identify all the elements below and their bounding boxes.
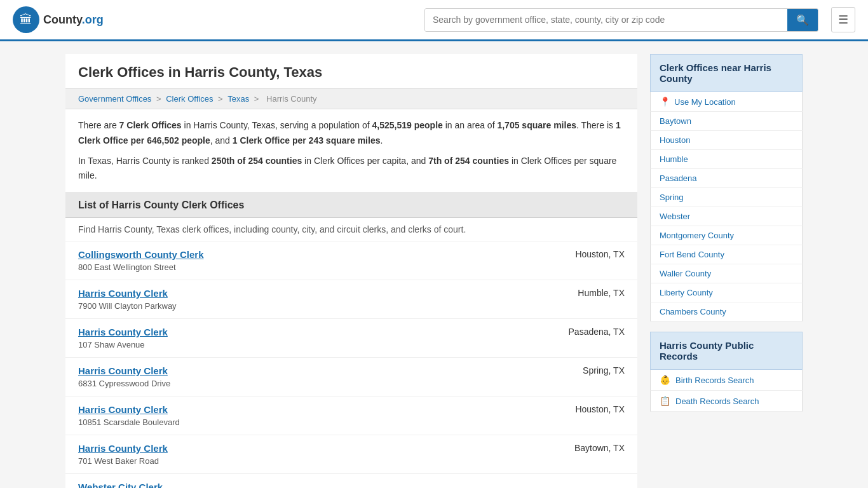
office-location-4: Houston, TX	[536, 404, 625, 414]
per-sq: 1 Clerk Office per 243 square miles	[233, 135, 381, 146]
death-records-link[interactable]: Death Records Search	[675, 396, 759, 406]
menu-button[interactable]: ☰	[831, 7, 855, 32]
office-name-0[interactable]: Collingsworth County Clerk	[78, 249, 536, 260]
page-title: Clerk Offices in Harris County, Texas	[65, 54, 637, 88]
office-address-0: 800 East Wellington Street	[78, 262, 176, 272]
sidebar: Clerk Offices near Harris County 📍 Use M…	[650, 54, 803, 488]
sidebar-item-spring[interactable]: Spring	[650, 188, 803, 207]
logo-icon: 🏛	[13, 6, 39, 33]
sidebar-item-baytown[interactable]: Baytown	[650, 112, 803, 131]
office-entry-3: Harris County Clerk 6831 Cypresswood Dri…	[65, 358, 637, 396]
birth-records-icon: 👶	[660, 375, 670, 385]
office-entry-1: Harris County Clerk 7900 Will Clayton Pa…	[65, 280, 637, 319]
sidebar-item-pasadena[interactable]: Pasadena	[650, 169, 803, 188]
death-records-icon: 📋	[660, 396, 670, 406]
location-pin-icon: 📍	[660, 97, 670, 107]
nearby-section: Clerk Offices near Harris County 📍 Use M…	[650, 54, 803, 322]
office-list: Collingsworth County Clerk 800 East Well…	[65, 241, 637, 488]
description: There are 7 Clerk Offices in Harris Coun…	[65, 109, 637, 193]
office-info-5: Harris County Clerk 701 West Baker Road	[78, 443, 536, 466]
breadcrumb: Government Offices > Clerk Offices > Tex…	[65, 88, 637, 109]
sidebar-item-chambers[interactable]: Chambers County	[650, 302, 803, 322]
sidebar-item-humble[interactable]: Humble	[650, 150, 803, 169]
rank2: 7th of 254 counties	[428, 156, 509, 166]
office-location-2: Pasadena, TX	[536, 327, 625, 337]
rank1: 250th of 254 counties	[212, 156, 302, 166]
search-button[interactable]: 🔍	[787, 9, 818, 31]
office-entry-4: Harris County Clerk 10851 Scarsdale Boul…	[65, 396, 637, 435]
office-info-2: Harris County Clerk 107 Shaw Avenue	[78, 327, 536, 349]
office-name-1[interactable]: Harris County Clerk	[78, 288, 536, 299]
sidebar-item-webster[interactable]: Webster	[650, 207, 803, 226]
nearby-header: Clerk Offices near Harris County	[650, 54, 803, 92]
office-location-0: Houston, TX	[536, 249, 625, 259]
sidebar-item-liberty[interactable]: Liberty County	[650, 283, 803, 302]
breadcrumb-sep2: >	[218, 94, 225, 104]
breadcrumb-clerk[interactable]: Clerk Offices	[166, 94, 213, 104]
list-section-header: List of Harris County Clerk Offices	[65, 193, 637, 218]
hamburger-icon: ☰	[838, 13, 848, 26]
sidebar-item-montgomery[interactable]: Montgomery County	[650, 226, 803, 245]
sidebar-item-fortbend[interactable]: Fort Bend County	[650, 245, 803, 264]
office-location-5: Baytown, TX	[536, 443, 625, 453]
breadcrumb-gov[interactable]: Government Offices	[78, 94, 151, 104]
birth-records-link[interactable]: Birth Records Search	[675, 376, 754, 385]
office-name-3[interactable]: Harris County Clerk	[78, 365, 536, 376]
records-header: Harris County Public Records	[650, 332, 803, 370]
office-entry-2: Harris County Clerk 107 Shaw Avenue Pasa…	[65, 319, 637, 358]
office-name-5[interactable]: Harris County Clerk	[78, 443, 536, 454]
sidebar-item-houston[interactable]: Houston	[650, 131, 803, 150]
office-info-0: Collingsworth County Clerk 800 East Well…	[78, 249, 536, 272]
main-content: Clerk Offices in Harris County, Texas Go…	[65, 54, 637, 488]
office-address-4: 10851 Scarsdale Boulevard	[78, 417, 180, 427]
use-location-link[interactable]: Use My Location	[674, 97, 736, 107]
sidebar-death-records[interactable]: 📋 Death Records Search	[650, 391, 803, 412]
office-entry-5: Harris County Clerk 701 West Baker Road …	[65, 435, 637, 474]
office-info-3: Harris County Clerk 6831 Cypresswood Dri…	[78, 365, 536, 388]
office-name-2[interactable]: Harris County Clerk	[78, 327, 536, 337]
office-location-1: Humble, TX	[536, 288, 625, 298]
sidebar-birth-records[interactable]: 👶 Birth Records Search	[650, 370, 803, 391]
search-icon: 🔍	[796, 15, 809, 25]
office-name-6[interactable]: Webster City Clerk	[78, 482, 536, 488]
search-bar: 🔍	[424, 8, 818, 32]
page-container: Clerk Offices in Harris County, Texas Go…	[53, 41, 815, 488]
sidebar-item-waller[interactable]: Waller County	[650, 264, 803, 283]
clerk-count: 7 Clerk Offices	[119, 120, 182, 130]
office-location-3: Spring, TX	[536, 365, 625, 376]
list-section-description: Find Harris County, Texas clerk offices,…	[65, 218, 637, 241]
office-info-1: Harris County Clerk 7900 Will Clayton Pa…	[78, 288, 536, 311]
office-address-1: 7900 Will Clayton Parkway	[78, 301, 177, 311]
search-input[interactable]	[425, 9, 787, 31]
breadcrumb-texas[interactable]: Texas	[227, 94, 249, 104]
header: 🏛 County.org 🔍 ☰	[0, 0, 868, 41]
office-address-5: 701 West Baker Road	[78, 456, 159, 466]
records-section: Harris County Public Records 👶 Birth Rec…	[650, 332, 803, 412]
sidebar-use-location[interactable]: 📍 Use My Location	[650, 92, 803, 112]
logo[interactable]: 🏛 County.org	[13, 6, 104, 33]
area: 1,705 square miles	[497, 120, 576, 130]
office-address-2: 107 Shaw Avenue	[78, 340, 145, 349]
office-entry-6: Webster City Clerk	[65, 474, 637, 488]
office-info-6: Webster City Clerk	[78, 482, 536, 488]
population: 4,525,519 people	[372, 120, 443, 130]
breadcrumb-county: Harris County	[266, 94, 316, 104]
office-info-4: Harris County Clerk 10851 Scarsdale Boul…	[78, 404, 536, 427]
office-entry-0: Collingsworth County Clerk 800 East Well…	[65, 241, 637, 280]
logo-text: County.org	[43, 13, 104, 27]
breadcrumb-sep1: >	[156, 94, 163, 104]
office-name-4[interactable]: Harris County Clerk	[78, 404, 536, 415]
office-address-3: 6831 Cypresswood Drive	[78, 379, 170, 388]
breadcrumb-sep3: >	[254, 94, 261, 104]
